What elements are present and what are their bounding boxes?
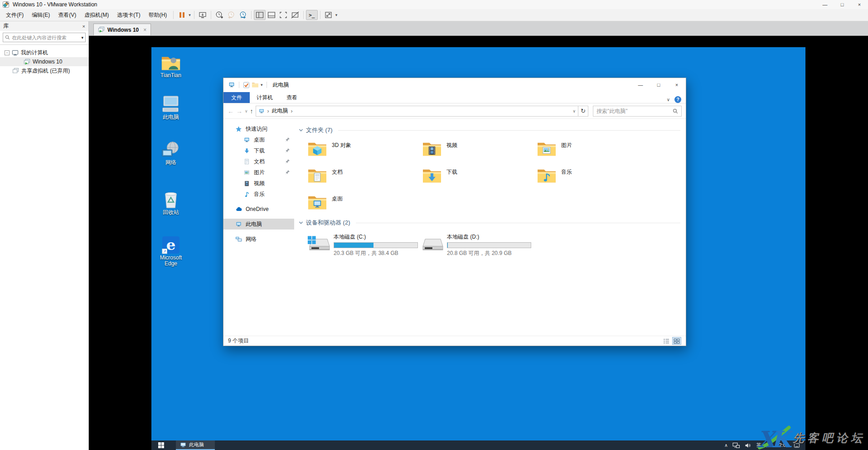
up-button[interactable]: ↑ <box>250 108 253 114</box>
fullscreen-button[interactable] <box>277 10 289 20</box>
explorer-search-input[interactable] <box>596 108 673 114</box>
unity-mode-button[interactable] <box>289 10 301 20</box>
ribbon-tab-file[interactable]: 文件 <box>223 92 250 103</box>
desktop-icon <box>243 137 250 143</box>
explorer-minimize-button[interactable]: — <box>631 78 650 92</box>
menu-tabs[interactable]: 选项卡(T) <box>113 10 144 21</box>
desktop-icon-edge[interactable]: e ↗ Microsoft Edge <box>153 235 189 267</box>
refresh-button[interactable]: ↻ <box>578 106 588 117</box>
details-view-button[interactable] <box>662 337 671 345</box>
menu-file[interactable]: 文件(F) <box>2 10 28 21</box>
tree-item-my-computer[interactable]: - 我的计算机 <box>0 48 88 57</box>
fit-dropdown-caret[interactable]: ▾ <box>335 13 339 17</box>
vm-tab-windows-10[interactable]: Windows 10 × <box>93 24 151 35</box>
vmware-maximize-button[interactable]: □ <box>834 0 851 9</box>
qat-dropdown-caret[interactable]: ▾ <box>260 83 264 87</box>
snapshot-manager-button[interactable] <box>237 10 249 20</box>
folder-tile-music[interactable]: 音乐 <box>536 167 651 187</box>
large-icons-view-button[interactable] <box>672 337 681 345</box>
drive-tile-d[interactable]: 本地磁盘 (D:) 20.8 GB 可用，共 20.9 GB <box>420 233 533 257</box>
qat-new-folder-button[interactable] <box>251 82 260 88</box>
folder-tile-desktop[interactable]: 桌面 <box>307 194 422 214</box>
forward-button[interactable]: → <box>236 108 242 114</box>
help-button[interactable]: ? <box>674 96 681 103</box>
fullscreen-icon <box>279 11 287 19</box>
folders-group-header[interactable]: 文件夹 (7) <box>299 126 680 134</box>
nav-pictures[interactable]: 图片 <box>223 167 294 178</box>
take-snapshot-button[interactable] <box>213 10 225 20</box>
ribbon-tab-view[interactable]: 查看 <box>280 92 304 103</box>
show-library-button[interactable] <box>254 10 266 20</box>
vmware-minimize-button[interactable]: — <box>816 0 834 9</box>
expand-ribbon-chevron[interactable]: ∨ <box>667 97 670 102</box>
revert-snapshot-button[interactable] <box>225 10 237 20</box>
explorer-close-button[interactable]: × <box>668 78 686 92</box>
breadcrumb-this-pc[interactable]: 此电脑 <box>272 107 288 115</box>
desktop-icon-recycle-bin[interactable]: 回收站 <box>153 190 189 215</box>
fit-guest-button[interactable] <box>323 10 335 20</box>
folder-tile-videos[interactable]: 视频 <box>422 140 536 161</box>
console-view-button[interactable]: >_ <box>306 10 318 20</box>
nav-desktop[interactable]: 桌面 <box>223 134 294 145</box>
address-dropdown-caret[interactable]: ∨ <box>572 109 576 113</box>
crumb-separator: › <box>267 108 269 114</box>
menu-edit[interactable]: 编辑(E) <box>28 10 54 21</box>
library-close-button[interactable]: × <box>82 24 85 29</box>
this-pc-small-icon <box>228 81 235 88</box>
explorer-maximize-button[interactable]: □ <box>650 78 668 92</box>
taskbar-item-this-pc[interactable]: 此电脑 <box>176 440 215 450</box>
nav-onedrive[interactable]: OneDrive <box>223 204 294 215</box>
desktop-icon-network[interactable]: 网络 <box>153 140 189 166</box>
nav-label: 音乐 <box>254 191 265 198</box>
explorer-window-controls: — □ × <box>631 78 686 92</box>
explorer-search[interactable] <box>593 106 682 117</box>
nav-downloads[interactable]: 下载 <box>223 145 294 156</box>
send-ctrl-alt-del-button[interactable] <box>197 10 209 20</box>
start-button[interactable] <box>151 440 170 450</box>
desktop-icon-tiantian[interactable]: TianTian <box>153 53 189 78</box>
nav-this-pc[interactable]: 此电脑 <box>223 219 294 230</box>
folder-tile-pictures[interactable]: 图片 <box>536 140 651 161</box>
desktop-icon-this-pc[interactable]: 此电脑 <box>153 95 189 120</box>
folder-tile-documents[interactable]: 文档 <box>307 167 422 187</box>
tree-item-shared-vms[interactable]: 共享虚拟机 (已弃用) <box>0 66 88 75</box>
vm-tab-close-button[interactable]: × <box>143 27 146 33</box>
library-search-input[interactable] <box>12 35 79 40</box>
nav-quick-access[interactable]: 快速访问 <box>223 123 294 134</box>
volume-tray-icon[interactable] <box>745 443 751 448</box>
drives-group-header[interactable]: 设备和驱动器 (2) <box>299 219 680 227</box>
group-header-label: 文件夹 (7) <box>306 126 333 134</box>
show-thumbnail-bar-button[interactable] <box>266 10 277 20</box>
nav-network[interactable]: 网络 <box>223 234 294 245</box>
tree-expander-icon[interactable]: - <box>5 50 10 55</box>
show-hidden-icons-chevron[interactable]: ∧ <box>724 443 727 448</box>
recent-locations-caret[interactable]: ∨ <box>245 109 248 113</box>
menu-vm[interactable]: 虚拟机(M) <box>80 10 113 21</box>
explorer-system-menu[interactable] <box>227 81 236 88</box>
library-panel-icon <box>256 11 264 19</box>
tree-item-windows-10[interactable]: Windows 10 <box>0 57 88 66</box>
pause-icon <box>179 12 184 18</box>
nav-documents[interactable]: 文档 <box>223 156 294 167</box>
vm-tabstrip: Windows 10 × <box>89 21 868 36</box>
back-button[interactable]: ← <box>228 108 234 114</box>
breadcrumb-bar[interactable]: › 此电脑 › ∨ <box>256 106 578 117</box>
vmware-close-button[interactable]: × <box>851 0 868 9</box>
drive-tile-c[interactable]: 本地磁盘 (C:) 20.3 GB 可用，共 38.4 GB <box>307 233 420 257</box>
library-search-dropdown-caret[interactable]: ▾ <box>81 35 83 40</box>
folder-tile-3d-objects[interactable]: 3D 对象 <box>307 140 422 161</box>
library-header-label: 库 <box>3 22 9 30</box>
power-pause-button[interactable] <box>176 10 188 20</box>
qat-properties-button[interactable] <box>242 82 251 88</box>
video-icon <box>243 180 250 187</box>
power-dropdown-caret[interactable]: ▾ <box>188 13 192 17</box>
library-search[interactable]: ▾ <box>3 33 86 42</box>
folder-tile-downloads[interactable]: 下载 <box>422 167 536 187</box>
ribbon-tab-computer[interactable]: 计算机 <box>250 92 280 103</box>
menu-view[interactable]: 查看(V) <box>54 10 80 21</box>
explorer-nav-pane: 快速访问 桌面 下载 <box>223 119 294 336</box>
network-tray-icon[interactable] <box>732 442 740 448</box>
nav-videos[interactable]: 视频 <box>223 178 294 189</box>
nav-music[interactable]: 音乐 <box>223 189 294 200</box>
menu-help[interactable]: 帮助(H) <box>145 10 171 21</box>
